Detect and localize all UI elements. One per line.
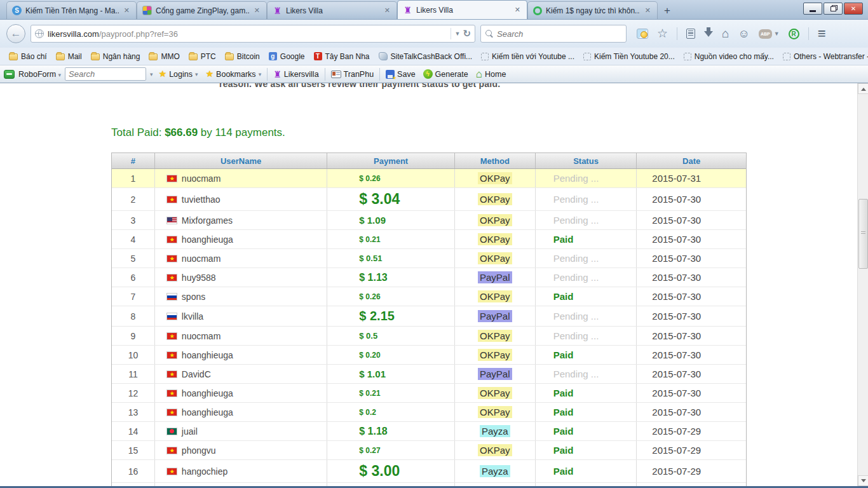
minimize-button[interactable] <box>803 3 822 15</box>
tab[interactable]: SKiếm Tiền Trên Mạng - Ma...✕ <box>6 1 137 19</box>
tab-close-icon[interactable]: ✕ <box>123 6 131 15</box>
method-badge: PayPal <box>478 368 512 380</box>
menu-hamburger-icon[interactable]: ≡ <box>818 29 826 39</box>
abp-badge: ABP <box>759 29 772 39</box>
tab-close-icon[interactable]: ✕ <box>253 6 261 15</box>
bookmark-item[interactable]: SiteTalkCashBack Offi... <box>375 50 477 63</box>
roboform-item-save[interactable]: Save <box>384 69 417 80</box>
url-text[interactable]: likersvilla.com/payproof.php?ref=36 <box>48 29 447 39</box>
status-cell: Paid <box>536 460 637 482</box>
chat-smiley-icon[interactable]: ☺ <box>738 29 750 39</box>
page-icon <box>583 53 591 60</box>
tab[interactable]: Cổng game ZingPlay, gam...✕ <box>137 1 267 19</box>
search-bar[interactable] <box>480 25 627 43</box>
tab[interactable]: ♜Likers Villa✕ <box>267 1 397 19</box>
method-badge: PayPal <box>478 271 512 283</box>
restore-button[interactable] <box>824 3 843 15</box>
bookmark-item[interactable]: Mail <box>52 50 86 63</box>
url-dropdown-icon[interactable]: ▼ <box>455 30 461 37</box>
vn-flag-icon <box>166 196 177 203</box>
table-row: 2tuvietthao$ 3.04OKPayPending ...2015-07… <box>112 188 746 211</box>
roboform-search-input[interactable] <box>69 69 142 79</box>
bookmark-label: PTC <box>201 52 216 61</box>
username: DavidC <box>182 369 211 379</box>
scrollbar-thumb[interactable] <box>858 199 868 269</box>
tab-close-icon[interactable]: ✕ <box>644 6 652 15</box>
url-bar[interactable]: likersvilla.com/payproof.php?ref=36 ▼ ↻ <box>31 25 475 43</box>
back-button[interactable]: ← <box>6 24 25 43</box>
username: hangochiep <box>182 466 227 477</box>
scircle-favicon: S <box>12 6 22 15</box>
roboform-item-bookmarks[interactable]: ★Bookmarks▾ <box>204 69 264 80</box>
row-number: 14 <box>112 422 155 440</box>
row-number: 13 <box>112 403 155 421</box>
roboform-item-home[interactable]: ⌂Home <box>474 69 508 80</box>
close-button[interactable]: ✕ <box>844 3 863 15</box>
roboform-items: ★Logins▾★Bookmarks▾♜LikersvillaTranPhuSa… <box>157 68 508 81</box>
adblock-plus-icon[interactable]: ABP▼ <box>759 29 780 39</box>
vertical-scrollbar[interactable] <box>857 83 868 486</box>
username: lkvilla <box>182 311 203 322</box>
url-path: /payproof.php?ref=36 <box>99 29 178 39</box>
total-paid-suffix: by 114 payments. <box>201 126 285 139</box>
tab[interactable]: Kiếm 1$ ngay tức thì khôn...✕ <box>527 1 658 19</box>
method-cell: OKPay <box>455 188 536 210</box>
vn-flag-icon <box>166 255 177 262</box>
status-text: Pending ... <box>553 311 599 322</box>
tab-close-icon[interactable]: ✕ <box>383 6 391 15</box>
castle-favicon: ♜ <box>403 5 412 15</box>
castle-icon: ♜ <box>273 70 281 79</box>
bookmark-item[interactable]: gGoogle <box>265 50 309 63</box>
method-cell: Payza <box>455 422 536 440</box>
page-icon <box>481 53 489 60</box>
site-identity-globe-icon[interactable] <box>35 29 44 38</box>
bookmark-item[interactable]: Bitcoin <box>221 50 264 63</box>
bookmark-item[interactable]: Kiếm tiền với Youtube ... <box>477 50 578 63</box>
status-text: Paid <box>553 445 574 456</box>
downloads-icon[interactable] <box>704 31 713 41</box>
bookmark-item[interactable]: TTây Ban Nha <box>310 50 374 63</box>
date-cell: 2015-07-29 <box>637 422 746 440</box>
restore-icon <box>831 6 836 11</box>
roboform-item-logins[interactable]: ★Logins▾ <box>157 69 200 80</box>
scrollbar-up-button[interactable] <box>858 83 868 94</box>
roboform-search[interactable] <box>65 67 146 81</box>
caret-down-icon: ▾ <box>259 71 262 78</box>
home-icon[interactable]: ⌂ <box>722 29 729 39</box>
roboform-item-tranphu[interactable]: TranPhu <box>329 69 376 80</box>
bookmark-item[interactable]: Ngân hàng <box>87 50 144 63</box>
payment-proof-table: #UserNamePaymentMethodStatusDate1nuocmam… <box>111 152 747 486</box>
date-cell: 2015-07-30 <box>637 230 746 248</box>
search-input[interactable] <box>497 29 621 39</box>
roboform-item-likersvilla[interactable]: ♜Likersvilla <box>271 69 320 80</box>
roboform-menu-label[interactable]: RoboForm ▾ <box>18 70 61 79</box>
extension-icon[interactable] <box>637 29 648 39</box>
close-icon: ✕ <box>851 5 856 12</box>
url-bar-tools: ▼ ↻ <box>451 28 471 39</box>
payment-cell: $ 0.21 <box>327 384 455 402</box>
roboform-item-label: Generate <box>435 70 468 79</box>
bookmark-item[interactable]: Nguồn video cho mấy... <box>680 50 778 63</box>
total-paid-label: Total Paid: <box>111 126 161 139</box>
bookmark-star-icon[interactable]: ☆ <box>657 29 668 39</box>
bookmark-item[interactable]: Others - Webtransfer -... <box>779 50 868 63</box>
roboform-logo-icon[interactable] <box>4 70 15 79</box>
toolbar-separator <box>677 27 677 40</box>
bookmark-item[interactable]: Kiếm Tiền Youtube 20... <box>580 50 679 63</box>
tab-close-icon[interactable]: ✕ <box>513 6 522 14</box>
roboform-item-label: TranPhu <box>344 70 374 79</box>
title-bar: SKiếm Tiền Trên Mạng - Ma...✕Cổng game Z… <box>0 0 868 20</box>
bookmark-item[interactable]: PTC <box>185 50 220 63</box>
roboform-item-label: Logins <box>169 70 193 79</box>
bookmark-item[interactable]: Báo chí <box>5 50 51 63</box>
tab-active[interactable]: ♜Likers Villa✕ <box>397 0 527 19</box>
new-tab-button[interactable]: + <box>658 4 677 19</box>
status-cell: Paid <box>536 287 637 306</box>
roboform-item-generate[interactable]: ϟGenerate <box>421 68 470 80</box>
roboform-search-caret-icon[interactable]: ▾ <box>150 71 153 78</box>
scrollbar-down-button[interactable] <box>858 475 868 486</box>
bookmark-item[interactable]: MMO <box>145 50 183 63</box>
reload-icon[interactable]: ↻ <box>463 28 471 39</box>
bookmarks-sidebar-icon[interactable] <box>686 29 695 39</box>
roboform-extension-icon[interactable]: R <box>789 29 799 39</box>
